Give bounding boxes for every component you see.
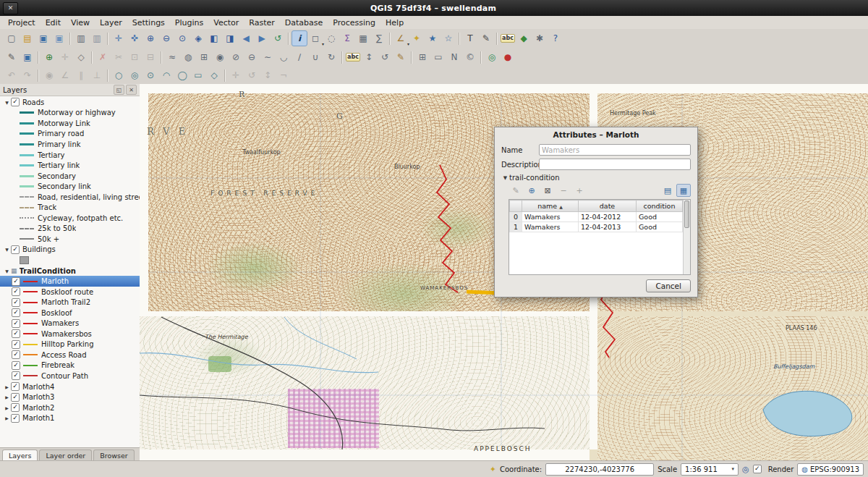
description-field[interactable]	[539, 159, 691, 170]
date-cell[interactable]: 12-04-2013	[579, 222, 637, 232]
label-properties-button[interactable]: ✎	[393, 49, 409, 65]
plugin-manager-button[interactable]: ◆	[516, 30, 532, 46]
fill-ring-button[interactable]: ◉	[212, 49, 228, 65]
simplify-feature-button[interactable]: ≈	[164, 49, 180, 65]
expand-arrow-icon[interactable]: ▶	[3, 384, 11, 389]
decoration-north-arrow-button[interactable]: N	[446, 49, 462, 65]
trail-condition-section-header[interactable]: ▼ trail-condition	[501, 174, 691, 182]
menu-database[interactable]: Database	[280, 17, 328, 28]
arc-tool-button[interactable]: ◠	[158, 67, 174, 83]
layer-item-primary-road[interactable]: Primary road	[0, 129, 140, 140]
rectangle-tool-button[interactable]: ▭	[190, 67, 206, 83]
regular-polygon-tool-button[interactable]: ◇	[206, 67, 222, 83]
unlink-feature-button[interactable]: −	[556, 184, 571, 197]
date-column-header[interactable]: date	[579, 200, 637, 212]
layer-checkbox[interactable]: ✓	[12, 277, 20, 286]
layer-item-swatch[interactable]	[0, 255, 140, 266]
save-project-button[interactable]: ▣	[35, 30, 51, 46]
menu-layer[interactable]: Layer	[95, 17, 127, 28]
layer-item-motorway-link[interactable]: Motorway Link	[0, 118, 140, 129]
layer-item-marloth-trail2[interactable]: ✓Marloth Trail2	[0, 297, 140, 308]
float-panel-icon[interactable]: ◱	[114, 85, 124, 95]
map-tips-button[interactable]: ✦	[409, 30, 425, 46]
layer-item-secondary[interactable]: Secondary	[0, 171, 140, 182]
panel-tab-layers[interactable]: Layers	[2, 449, 38, 461]
gps-information-button[interactable]: ◎	[484, 49, 500, 65]
zoom-next-button[interactable]: ▶	[254, 30, 270, 46]
open-project-button[interactable]: ▤	[20, 30, 35, 46]
live-gps-tracking-button[interactable]: ●	[500, 49, 516, 65]
move-tool-button[interactable]: ✛	[228, 67, 244, 83]
delete-part-button[interactable]: ⊖	[244, 49, 260, 65]
child-delete-feature-button[interactable]: ⊠	[540, 184, 555, 197]
delete-ring-button[interactable]: ⊘	[228, 49, 244, 65]
layer-checkbox[interactable]: ✓	[12, 340, 20, 349]
zoom-last-button[interactable]: ◀	[238, 30, 254, 46]
node-tool-button[interactable]: ◇	[73, 49, 89, 65]
layer-checkbox[interactable]: ✓	[11, 414, 20, 423]
layer-checkbox[interactable]: ✓	[11, 98, 20, 106]
composer-manager-button[interactable]: ▥	[89, 30, 105, 46]
help-contents-button[interactable]: ?	[548, 30, 563, 46]
form-annotation-button[interactable]: ✎	[478, 30, 494, 46]
refresh-map-button[interactable]: ↺	[270, 30, 286, 46]
decoration-grid-button[interactable]: ⊞	[414, 49, 430, 65]
layer-checkbox[interactable]: ✓	[12, 329, 20, 338]
zoom-full-button[interactable]: ◈	[190, 30, 206, 46]
labeling-button[interactable]: abc	[500, 30, 516, 46]
menu-processing[interactable]: Processing	[328, 17, 380, 28]
field-calculator-button[interactable]: ∑	[371, 30, 387, 46]
layer-item-marloth[interactable]: ✓Marloth	[0, 276, 140, 287]
layer-item-hilltop-parking[interactable]: ✓Hilltop Parking	[0, 339, 140, 350]
reshape-features-button[interactable]: ∼	[260, 49, 276, 65]
layer-checkbox[interactable]: ✓	[12, 287, 20, 296]
zoom-to-selection-button[interactable]: ◧	[206, 30, 222, 46]
menu-help[interactable]: Help	[380, 17, 409, 28]
child-toggle-editing-button[interactable]: ✎	[509, 184, 523, 197]
collapse-arrow-icon[interactable]: ▼	[501, 175, 509, 181]
layer-group-roads[interactable]: ▼✓Roads	[0, 97, 140, 108]
layer-item-boskloof-route[interactable]: ✓Boskloof route	[0, 287, 140, 297]
layer-item-access-road[interactable]: ✓Access Road	[0, 350, 140, 360]
layer-item-boskloof[interactable]: ✓Boskloof	[0, 308, 140, 318]
menu-project[interactable]: Project	[3, 17, 41, 28]
show-bookmarks-button[interactable]: ☆	[441, 30, 456, 46]
open-attribute-table-button[interactable]: ▦	[355, 30, 371, 46]
layer-checkbox[interactable]: ✓	[12, 361, 20, 370]
layer-group-marloth2[interactable]: ▶✓Marloth2	[0, 402, 140, 413]
layer-group-marloth1[interactable]: ▶✓Marloth1	[0, 413, 140, 423]
layer-checkbox[interactable]: ✓	[11, 403, 20, 412]
layer-item-50k[interactable]: 50k +	[0, 234, 140, 245]
select-by-expression-button[interactable]: Σ	[339, 30, 355, 46]
link-feature-button[interactable]: +	[572, 184, 587, 197]
layer-item-firebreak[interactable]: ✓Firebreak	[0, 360, 140, 371]
copy-features-button[interactable]: ⊡	[127, 49, 142, 65]
name-cell[interactable]: Wamakers	[522, 222, 579, 232]
pan-map-button[interactable]: ✛	[111, 30, 127, 46]
name-column-header[interactable]: name▲	[522, 200, 579, 212]
layer-item-tertiary-link[interactable]: Tertiary link	[0, 160, 140, 171]
name-field[interactable]	[539, 144, 691, 156]
parallel-constraint-button[interactable]: ∥	[73, 67, 89, 83]
layer-checkbox[interactable]: ✓	[12, 371, 20, 380]
perpendicular-constraint-button[interactable]: ⊥	[89, 67, 105, 83]
layer-checkbox[interactable]: ✓	[12, 319, 20, 328]
layer-item-cycleway-footpath-etc[interactable]: Cycleway, footpath etc.	[0, 213, 140, 224]
save-layer-edits-button[interactable]: ▣	[20, 49, 35, 65]
menu-vector[interactable]: Vector	[208, 17, 244, 28]
condition-cell[interactable]: Good	[637, 212, 683, 222]
move-label-button[interactable]: ↕	[361, 49, 377, 65]
identify-features-button[interactable]: i	[292, 30, 307, 46]
layer-item-contour-path[interactable]: ✓Contour Path	[0, 371, 140, 381]
scale-combo[interactable]: 1:36 911 ▾	[681, 463, 739, 476]
add-part-button[interactable]: ⊞	[196, 49, 212, 65]
coordinate-input[interactable]: 2274230,-4023776	[545, 463, 654, 476]
ellipse-tool-button[interactable]: ◯	[174, 67, 190, 83]
expand-arrow-icon[interactable]: ▶	[3, 405, 11, 410]
layer-group-trailcondition[interactable]: ▼▦TrailCondition	[0, 266, 140, 277]
circle-2points-button[interactable]: ○	[111, 67, 127, 83]
layer-group-marloth3[interactable]: ▶✓Marloth3	[0, 392, 140, 402]
layer-item-tertiary[interactable]: Tertiary	[0, 150, 140, 161]
panel-tab-browser[interactable]: Browser	[93, 449, 135, 461]
layer-item-wamakersbos[interactable]: ✓Wamakersbos	[0, 329, 140, 339]
